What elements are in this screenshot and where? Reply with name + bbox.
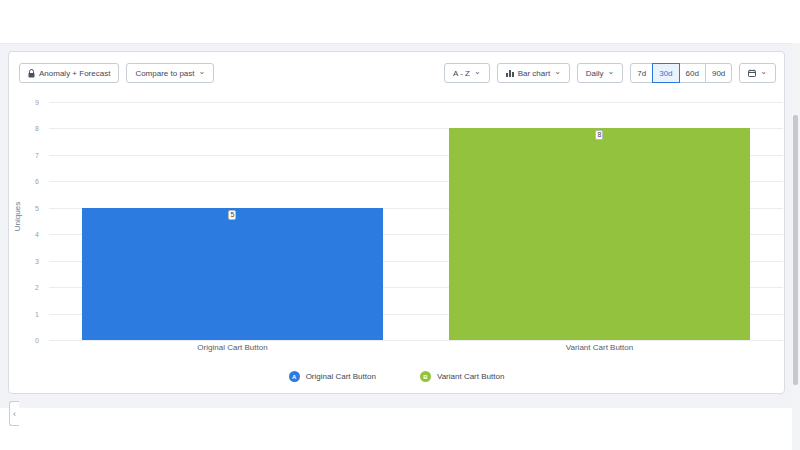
chart-type-dropdown[interactable]: Bar chart ⌄	[497, 63, 570, 83]
y-tick-label: 7	[9, 151, 39, 158]
sort-label: A - Z	[453, 69, 470, 78]
bar-slot-variant-cart-button: 8	[416, 102, 783, 340]
range-button-60d[interactable]: 60d	[679, 63, 706, 83]
chevron-down-icon: ⌄	[199, 68, 206, 76]
gridline	[49, 340, 783, 341]
bar-value-label: 5	[229, 210, 237, 220]
chart-toolbar: Anomaly + Forecast Compare to past ⌄ A -…	[19, 63, 776, 83]
toolbar-right: A - Z ⌄ Bar chart ⌄ Daily ⌄ 7d30d6	[444, 63, 776, 83]
x-axis-label-original-cart-button: Original Cart Button	[49, 343, 416, 352]
chevron-down-icon: ⌄	[474, 68, 481, 76]
plot-area: 58	[49, 102, 783, 340]
bar-variant-cart-button[interactable]: 8	[449, 128, 750, 340]
interval-label: Daily	[586, 69, 604, 78]
lock-icon	[28, 69, 35, 78]
date-range-button[interactable]: ⌄	[739, 63, 776, 83]
compare-to-past-label: Compare to past	[135, 69, 194, 78]
y-tick-label: 1	[9, 310, 39, 317]
x-axis-label-variant-cart-button: Variant Cart Button	[416, 343, 783, 352]
legend-item-variant-cart-button[interactable]: BVariant Cart Button	[420, 371, 504, 382]
interval-dropdown[interactable]: Daily ⌄	[577, 63, 623, 83]
calendar-icon	[748, 69, 756, 77]
toolbar-left: Anomaly + Forecast Compare to past ⌄	[19, 63, 214, 83]
chevron-left-icon: ‹	[13, 409, 16, 419]
content-panel: Anomaly + Forecast Compare to past ⌄ A -…	[0, 43, 792, 408]
chevron-down-icon: ⌄	[554, 68, 561, 76]
legend-marker-a: A	[289, 371, 300, 382]
collapse-panel-handle[interactable]: ‹	[9, 401, 19, 426]
scrollbar-thumb[interactable]	[793, 115, 798, 385]
x-axis: Original Cart ButtonVariant Cart Button	[49, 343, 783, 352]
sort-dropdown[interactable]: A - Z ⌄	[444, 63, 490, 83]
chart-card: Anomaly + Forecast Compare to past ⌄ A -…	[8, 51, 785, 394]
anomaly-forecast-button[interactable]: Anomaly + Forecast	[19, 63, 119, 83]
bar-original-cart-button[interactable]: 5	[82, 208, 383, 340]
bar-chart-icon	[506, 69, 514, 77]
scrollbar[interactable]	[792, 43, 800, 450]
y-tick-label: 3	[9, 257, 39, 264]
range-button-30d[interactable]: 30d	[652, 63, 679, 83]
y-tick-label: 6	[9, 178, 39, 185]
range-selector: 7d30d60d90d	[630, 63, 732, 83]
y-tick-label: 9	[9, 99, 39, 106]
bar-value-label: 8	[596, 130, 604, 140]
anomaly-forecast-label: Anomaly + Forecast	[39, 69, 110, 78]
screen: Anomaly + Forecast Compare to past ⌄ A -…	[0, 0, 800, 450]
chevron-down-icon: ⌄	[608, 68, 615, 76]
compare-to-past-dropdown[interactable]: Compare to past ⌄	[126, 63, 214, 83]
y-axis: 0123456789	[9, 102, 39, 340]
y-tick-label: 8	[9, 125, 39, 132]
legend-label: Original Cart Button	[306, 372, 376, 381]
chevron-down-icon: ⌄	[760, 68, 767, 76]
range-button-7d[interactable]: 7d	[630, 63, 653, 83]
y-tick-label: 0	[9, 337, 39, 344]
y-tick-label: 2	[9, 284, 39, 291]
y-tick-label: 4	[9, 231, 39, 238]
legend-marker-b: B	[420, 371, 431, 382]
range-button-90d[interactable]: 90d	[705, 63, 732, 83]
legend-label: Variant Cart Button	[437, 372, 504, 381]
chart-type-label: Bar chart	[518, 69, 550, 78]
bar-slot-original-cart-button: 5	[49, 102, 416, 340]
y-tick-label: 5	[9, 204, 39, 211]
chart-legend: AOriginal Cart ButtonBVariant Cart Butto…	[9, 371, 784, 382]
legend-item-original-cart-button[interactable]: AOriginal Cart Button	[289, 371, 376, 382]
